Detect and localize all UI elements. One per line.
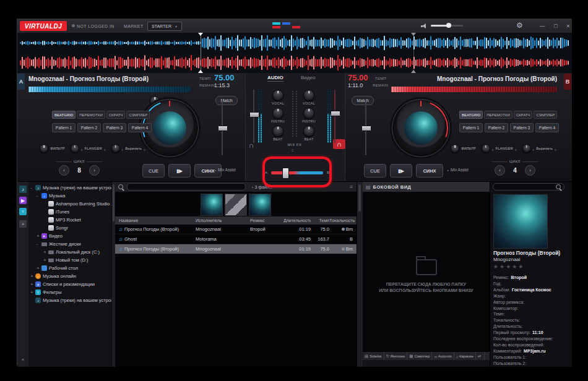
filter-knob[interactable]	[40, 144, 48, 153]
pad-tab[interactable]: BEATGRID	[52, 111, 76, 119]
tree-item[interactable]: iTunes	[28, 208, 111, 216]
info-search-input[interactable]	[496, 184, 556, 190]
pattern-button[interactable]: Pattern 4	[128, 123, 152, 132]
expander-icon[interactable]: -	[37, 193, 41, 199]
effect-prev-icon[interactable]	[81, 143, 83, 154]
mixer-tab-audio[interactable]: AUDIO	[267, 75, 283, 82]
deck-b-volume-handle[interactable]	[331, 111, 340, 116]
loop-double-button[interactable]: ›	[525, 165, 535, 176]
toolbar-item[interactable]: ⇄	[476, 352, 485, 361]
deck-b-waveform[interactable]	[20, 54, 569, 72]
drop-zone[interactable]: ПЕРЕТАЩИТЕ СЮДА ЛЮБУЮ ПАПКУ ИЛИ ВОСПОЛЬЗ…	[363, 259, 490, 294]
deck-a-pitch-slider[interactable]	[218, 100, 227, 155]
effect-knob[interactable]	[111, 144, 120, 153]
edition-selector[interactable]: STARTER▼	[147, 22, 182, 31]
album-thumbnail[interactable]	[225, 194, 247, 216]
table-row[interactable]: ♫Прогноз Погоды (Второй) Mnogoznaal Втор…	[115, 225, 357, 234]
column-header[interactable]: Темп	[311, 218, 329, 223]
deck-a-track-overview[interactable]	[28, 87, 191, 92]
pad-tab[interactable]: СЭМПЛЕР	[126, 111, 150, 119]
effect-prev-icon[interactable]	[122, 143, 124, 154]
toolbar-item[interactable]: ▦ Сэмплер	[407, 352, 432, 361]
expander-icon[interactable]: +	[43, 257, 48, 263]
album-thumbnail[interactable]	[201, 194, 223, 216]
deck-b-track-overview[interactable]	[391, 87, 557, 92]
toolbar-item[interactable]: ♪ Караоке	[454, 352, 476, 361]
tree-item[interactable]: + Списки и рекомендации	[28, 280, 111, 288]
tree-item[interactable]: - Жесткие диски	[28, 240, 111, 248]
expander-icon[interactable]: +	[37, 265, 41, 271]
tree-item[interactable]: + Новый том (D:)	[28, 256, 111, 264]
video-icon[interactable]: ▶	[19, 197, 27, 204]
beat-knob[interactable]	[272, 126, 283, 137]
cue-button[interactable]: CUE	[364, 164, 386, 178]
pad-tab[interactable]: СЭМПЛЕР	[534, 111, 557, 119]
expander-icon[interactable]: -	[30, 185, 35, 191]
search-input[interactable]	[127, 183, 246, 191]
column-header[interactable]: Длительность	[283, 218, 311, 223]
table-row[interactable]: ♫Ghost Motorama 03:45 163.7 B	[115, 234, 357, 244]
effect-knob[interactable]	[522, 144, 531, 153]
minimize-button[interactable]: —	[537, 21, 547, 30]
cue-button[interactable]: CUE	[142, 164, 165, 178]
tree-item[interactable]: + Локальный диск (C:)	[28, 248, 111, 256]
pitch-handle[interactable]	[361, 126, 371, 131]
tree-item[interactable]: + Видео	[28, 232, 111, 240]
tree-item[interactable]: Ashampoo Burning Studio 2019	[28, 200, 111, 208]
pad-tab[interactable]: BEATGRID	[459, 111, 483, 119]
expander-icon[interactable]: -	[37, 241, 41, 247]
add-icon[interactable]: +	[19, 220, 27, 228]
effect-label[interactable]: FLANGER	[496, 147, 513, 150]
pitch-handle[interactable]	[218, 126, 228, 131]
column-header[interactable]: Название	[115, 218, 196, 223]
deck-b-jog-wheel[interactable]	[392, 99, 450, 157]
pattern-button[interactable]: Pattern 4	[535, 123, 559, 132]
play-pause-button[interactable]: ▮▶	[168, 164, 191, 178]
expander-icon[interactable]: +	[30, 289, 35, 295]
tree-item[interactable]: + Музыка онлайн	[28, 272, 111, 280]
expander-icon[interactable]: +	[37, 233, 41, 239]
pad-tab[interactable]: ПЕРЕМОТКИ	[484, 111, 512, 119]
pattern-button[interactable]: Pattern 2	[485, 123, 508, 132]
column-header[interactable]: Исполнитель	[196, 218, 250, 223]
sync-button[interactable]: СИНХ	[416, 164, 443, 178]
effect-prev-icon[interactable]	[492, 143, 494, 154]
expander-icon[interactable]: +	[30, 281, 35, 287]
effect-next-icon[interactable]	[104, 143, 106, 154]
pad-tab[interactable]: СКРАТЧ	[106, 111, 126, 119]
loop-half-button[interactable]: ‹	[59, 165, 69, 176]
pattern-button[interactable]: Pattern 3	[510, 123, 534, 132]
vocal-knob[interactable]	[272, 90, 283, 101]
album-thumbnail[interactable]	[249, 194, 271, 216]
pattern-button[interactable]: Pattern 3	[103, 123, 126, 132]
tree-item[interactable]: Songr	[28, 224, 111, 232]
tree-item[interactable]: - Музыка	[28, 192, 111, 200]
toolbar-item[interactable]: ▤ Sidelist	[363, 352, 384, 361]
mixer-tab-video[interactable]: Видео	[301, 75, 315, 80]
effect-next-icon[interactable]	[515, 143, 517, 154]
tree-scrollbar-thumb[interactable]	[113, 184, 115, 221]
effect-next-icon[interactable]	[555, 143, 556, 154]
filter-knob[interactable]	[451, 144, 459, 153]
pattern-button[interactable]: Pattern 1	[459, 123, 483, 132]
loop-half-button[interactable]: ‹	[495, 165, 505, 176]
pad-tab[interactable]: ПЕРЕМОТКИ	[77, 111, 105, 119]
music-icon[interactable]: ♪	[19, 186, 27, 193]
beat-knob[interactable]	[303, 126, 314, 137]
tree-item[interactable]: - Музыка (треки) на вашем устройстве	[28, 184, 111, 192]
mix-fx-label[interactable]: MIX FX	[277, 143, 312, 147]
deck-b-pitch-slider[interactable]	[361, 100, 370, 155]
play-pause-button[interactable]: ▮▶	[390, 164, 412, 178]
toolbar-item[interactable]: ↻ Remixes	[384, 352, 408, 361]
waveform-display[interactable]	[17, 33, 572, 74]
effect-label[interactable]: Вырезать	[125, 147, 142, 150]
expander-icon[interactable]: +	[43, 249, 48, 255]
tree-item[interactable]: MP3 Rocket	[28, 216, 111, 224]
instru-knob[interactable]	[272, 108, 283, 119]
vocal-knob[interactable]	[303, 90, 314, 101]
info-search-box[interactable]	[493, 183, 564, 191]
deck-b-volume-fader[interactable]	[334, 90, 335, 143]
login-status[interactable]: NOT LOGGED IN	[77, 24, 115, 28]
tree-item[interactable]: Музыка (треки) на вашем устройстве (1)	[28, 296, 111, 304]
close-button[interactable]: ×	[563, 21, 573, 30]
